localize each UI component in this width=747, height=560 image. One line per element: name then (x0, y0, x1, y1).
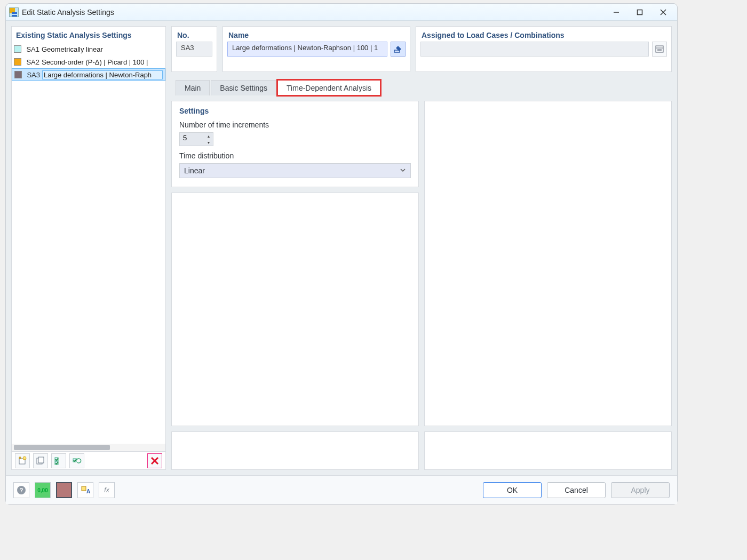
maximize-button[interactable] (628, 5, 651, 20)
assign-label: Assigned to Load Cases / Combinations (416, 27, 671, 42)
cancel-button[interactable]: Cancel (547, 482, 606, 498)
name-panel: Name Large deformations | Newton-Raphson… (222, 26, 410, 72)
list-item-sa1[interactable]: SA1Geometrically linear (12, 43, 165, 55)
item-id: SA1 (23, 45, 39, 53)
dialog-edit-static-analysis: Edit Static Analysis Settings Existing S… (5, 3, 678, 505)
increments-value[interactable]: 5 (180, 133, 204, 146)
titlebar: Edit Static Analysis Settings (6, 4, 677, 21)
color-swatch (14, 45, 21, 53)
list-item-sa3[interactable]: SA3Large deformations | Newton-Raph (12, 68, 165, 81)
svg-rect-23 (82, 486, 86, 491)
check-all-button[interactable] (51, 453, 66, 468)
refresh-checks-button[interactable] (69, 453, 84, 468)
blank-panel-left-1 (171, 193, 419, 426)
tab-time-dependent-analysis[interactable]: Time-Dependent Analysis (277, 80, 380, 95)
distribution-label: Time distribution (179, 151, 411, 160)
color-button[interactable] (56, 482, 72, 498)
svg-rect-8 (38, 457, 44, 463)
new-item-button[interactable] (15, 453, 30, 468)
fx-button[interactable]: fx (99, 482, 115, 498)
chevron-down-icon (400, 166, 406, 175)
spinner-arrows[interactable]: ▲▼ (204, 133, 213, 146)
left-panel-header: Existing Static Analysis Settings (12, 27, 165, 43)
text-format-button[interactable]: A (77, 482, 93, 498)
blank-panel-right-2 (424, 431, 672, 470)
svg-line-3 (661, 10, 666, 15)
name-label: Name (223, 27, 410, 42)
item-desc: Geometrically linear (42, 45, 163, 53)
svg-rect-16 (656, 46, 663, 52)
color-swatch (14, 58, 21, 66)
units-button[interactable]: 0,00 (35, 482, 51, 498)
svg-text:A: A (86, 489, 90, 494)
ok-button[interactable]: OK (483, 482, 542, 498)
help-button[interactable]: ? (13, 482, 29, 498)
blank-panel-left-2 (171, 431, 419, 470)
svg-marker-5 (19, 457, 21, 459)
distribution-dropdown[interactable]: Linear (179, 163, 411, 178)
window-title: Edit Static Analysis Settings (22, 8, 114, 17)
settings-title: Settings (179, 107, 411, 115)
close-button[interactable] (651, 5, 675, 20)
apply-button[interactable]: Apply (611, 482, 670, 498)
svg-text:0,00: 0,00 (37, 487, 48, 493)
item-desc: Large deformations | Newton-Raph (42, 70, 163, 79)
left-toolbar (12, 451, 165, 469)
svg-rect-1 (638, 10, 642, 14)
delete-item-button[interactable] (147, 453, 162, 468)
assign-panel: Assigned to Load Cases / Combinations (416, 26, 672, 72)
app-icon (9, 7, 19, 17)
copy-item-button[interactable] (33, 453, 48, 468)
tab-basic-settings[interactable]: Basic Settings (211, 80, 276, 95)
minimize-button[interactable] (605, 5, 628, 20)
item-id: SA3 (24, 71, 40, 79)
settings-list[interactable]: SA1Geometrically linearSA2Second-order (… (12, 43, 165, 444)
assign-picker-button[interactable] (652, 42, 667, 57)
name-field[interactable]: Large deformations | Newton-Raphson | 10… (227, 42, 387, 57)
increments-spinner[interactable]: 5 ▲▼ (179, 132, 213, 146)
edit-name-button[interactable] (391, 42, 406, 57)
svg-text:?: ? (20, 487, 23, 493)
item-id: SA2 (23, 58, 39, 66)
assign-field[interactable] (420, 42, 649, 57)
color-swatch (14, 71, 22, 78)
svg-text:fx: fx (104, 486, 109, 494)
blank-panel-right-1 (424, 101, 672, 426)
left-panel: Existing Static Analysis Settings SA1Geo… (11, 26, 166, 470)
svg-point-6 (23, 457, 26, 460)
settings-panel: Settings Number of time increments 5 ▲▼ … (171, 101, 419, 187)
no-label: No. (172, 27, 217, 42)
increments-label: Number of time increments (179, 121, 411, 129)
no-panel: No. SA3 (171, 26, 217, 72)
tab-strip: MainBasic SettingsTime-Dependent Analysi… (171, 77, 672, 95)
list-item-sa2[interactable]: SA2Second-order (P-Δ) | Picard | 100 | (12, 55, 165, 68)
no-field[interactable]: SA3 (176, 42, 212, 57)
tab-main[interactable]: Main (176, 80, 210, 95)
svg-line-2 (661, 10, 666, 15)
item-desc: Second-order (P-Δ) | Picard | 100 | (42, 58, 163, 66)
distribution-value: Linear (184, 166, 205, 175)
left-scrollbar[interactable] (12, 444, 165, 451)
dialog-footer: ? 0,00 A fx OK Cancel Apply (6, 475, 677, 504)
